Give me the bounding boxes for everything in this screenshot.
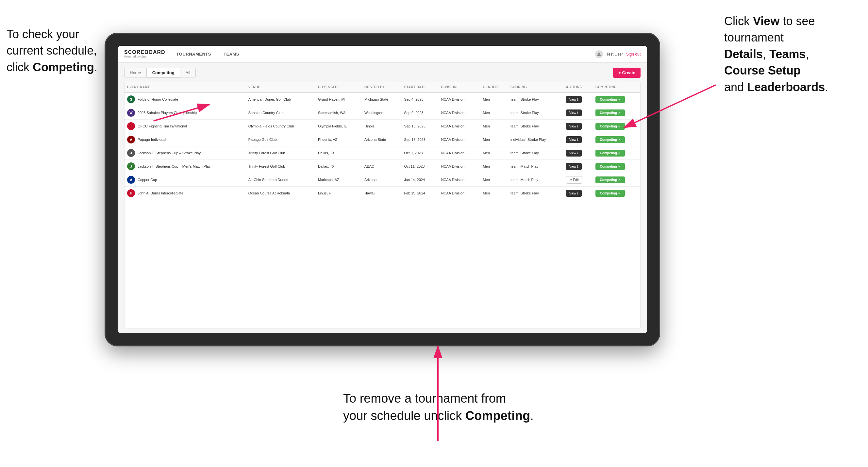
team-logo: J <box>127 149 135 157</box>
cell-division: NCAA Division I <box>439 106 480 120</box>
cell-division: NCAA Division I <box>439 160 480 173</box>
team-logo: S <box>127 95 135 103</box>
team-logo: W <box>127 109 135 117</box>
col-hosted-by: HOSTED BY <box>362 82 401 92</box>
col-event-name: EVENT NAME <box>125 82 246 92</box>
table-row: A Papago Individual Papago Golf ClubPhoe… <box>125 133 640 147</box>
col-competing: COMPETING <box>593 82 640 92</box>
cell-city-state: Grand Haven, MI <box>315 92 362 106</box>
signout-link[interactable]: Sign out <box>626 52 641 57</box>
cell-hosted-by: Arizona State <box>362 133 401 147</box>
event-name-text: John A. Burns Intercollegiate <box>137 191 183 195</box>
cell-city-state: Lihue, HI <box>315 187 362 200</box>
cell-hosted-by: Arizona <box>362 173 401 187</box>
cell-scoring: team, Stroke Play <box>508 120 563 133</box>
cell-competing: Competing ✓ <box>593 120 640 133</box>
competing-button[interactable]: Competing ✓ <box>595 163 625 170</box>
table-row: H John A. Burns Intercollegiate Ocean Co… <box>125 187 640 200</box>
cell-division: NCAA Division I <box>439 120 480 133</box>
annotation-bottom: To remove a tournament fromyour schedule… <box>343 390 572 425</box>
cell-hosted-by: Hawaii <box>362 187 401 200</box>
cell-competing: Competing ✓ <box>593 92 640 106</box>
cell-city-state: Phoenix, AZ <box>315 133 362 147</box>
cell-hosted-by: ABAC <box>362 160 401 173</box>
cell-competing: Competing ✓ <box>593 133 640 147</box>
team-logo: I <box>127 122 135 130</box>
col-gender: GENDER <box>480 82 508 92</box>
cell-scoring: team, Stroke Play <box>508 92 563 106</box>
event-name-text: Jackson T. Stephens Cup – Men's Match Pl… <box>137 164 211 168</box>
view-button[interactable]: View ℹ <box>566 110 582 116</box>
view-button[interactable]: View ℹ <box>566 96 582 103</box>
view-button[interactable]: View ℹ <box>566 163 582 170</box>
competing-button[interactable]: Competing ✓ <box>595 110 625 116</box>
tournaments-table-container: EVENT NAME VENUE CITY, STATE HOSTED BY S… <box>124 82 641 329</box>
competing-button[interactable]: Competing ✓ <box>595 123 625 130</box>
tablet-frame: SCOREBOARD Powered by clippi TOURNAMENTS… <box>104 33 660 346</box>
cell-venue: American Dunes Golf Club <box>246 92 315 106</box>
tab-competing[interactable]: Competing <box>147 68 180 77</box>
content-area: Home Competing All + Create EVENT NAME V… <box>118 63 647 333</box>
content-header: Home Competing All + Create <box>124 68 641 78</box>
cell-start-date: Feb 15, 2024 <box>401 187 438 200</box>
cell-start-date: Sep 15, 2023 <box>401 120 438 133</box>
view-button[interactable]: View ℹ <box>566 190 582 197</box>
nav-tournaments[interactable]: TOURNAMENTS <box>175 52 212 57</box>
table-row: S Folds of Honor Collegiate American Dun… <box>125 92 640 106</box>
cell-actions: View ℹ <box>563 147 593 160</box>
cell-scoring: team, Stroke Play <box>508 147 563 160</box>
cell-hosted-by <box>362 147 401 160</box>
logo-subtitle: Powered by clippi <box>124 55 165 59</box>
competing-button[interactable]: Competing ✓ <box>595 190 625 197</box>
competing-button[interactable]: Competing ✓ <box>595 150 625 157</box>
cell-division: NCAA Division I <box>439 147 480 160</box>
logo-title: SCOREBOARD <box>124 50 165 55</box>
cell-actions: View ℹ <box>563 120 593 133</box>
event-name-text: Jackson T. Stephens Cup – Stroke Play <box>137 151 201 155</box>
cell-event-name: J Jackson T. Stephens Cup – Men's Match … <box>125 160 246 173</box>
cell-competing: Competing ✓ <box>593 173 640 187</box>
competing-button[interactable]: Competing ✓ <box>595 177 625 183</box>
view-button[interactable]: View ℹ <box>566 136 582 143</box>
team-logo: A <box>127 176 135 184</box>
cell-division: NCAA Division I <box>439 133 480 147</box>
edit-button[interactable]: ✏ Edit <box>566 176 582 184</box>
tab-all[interactable]: All <box>180 68 196 77</box>
cell-gender: Men <box>480 133 508 147</box>
cell-venue: Trinity Forest Golf Club <box>246 147 315 160</box>
cell-competing: Competing ✓ <box>593 160 640 173</box>
user-label: Test User <box>606 52 623 57</box>
cell-start-date: Oct 11, 2023 <box>401 160 438 173</box>
cell-event-name: H John A. Burns Intercollegiate <box>125 187 246 200</box>
table-header-row: EVENT NAME VENUE CITY, STATE HOSTED BY S… <box>125 82 640 92</box>
nav-right: Test User Sign out <box>595 50 641 58</box>
annotation-top-left: To check yourcurrent schedule,click Comp… <box>6 26 118 75</box>
view-button[interactable]: View ℹ <box>566 150 582 157</box>
nav-teams[interactable]: TEAMS <box>222 52 241 57</box>
cell-competing: Competing ✓ <box>593 106 640 120</box>
annotation-top-right: Click View to seetournament Details, Tea… <box>724 13 862 95</box>
view-button[interactable]: View ℹ <box>566 123 582 130</box>
cell-venue: Ocean Course At Hokuala <box>246 187 315 200</box>
cell-scoring: team, Match Play <box>508 173 563 187</box>
competing-button[interactable]: Competing ✓ <box>595 136 625 143</box>
cell-venue: Papago Golf Club <box>246 133 315 147</box>
col-scoring: SCORING <box>508 82 563 92</box>
navbar: SCOREBOARD Powered by clippi TOURNAMENTS… <box>118 46 647 63</box>
cell-city-state: Dallas, TX <box>315 147 362 160</box>
competing-button[interactable]: Competing ✓ <box>595 96 625 103</box>
cell-event-name: W 2023 Sahalee Players Championship <box>125 106 246 120</box>
cell-gender: Men <box>480 160 508 173</box>
create-button[interactable]: + Create <box>613 68 641 78</box>
cell-city-state: Sammamish, WA <box>315 106 362 120</box>
col-actions: ACTIONS <box>563 82 593 92</box>
cell-venue: Ak-Chin Southern Dunes <box>246 173 315 187</box>
col-start-date: START DATE <box>401 82 438 92</box>
event-name-text: Folds of Honor Collegiate <box>137 97 178 101</box>
tournaments-table: EVENT NAME VENUE CITY, STATE HOSTED BY S… <box>125 82 640 200</box>
cell-division: NCAA Division I <box>439 173 480 187</box>
cell-competing: Competing ✓ <box>593 187 640 200</box>
tab-home[interactable]: Home <box>124 68 147 77</box>
cell-gender: Men <box>480 120 508 133</box>
cell-scoring: team, Match Play <box>508 160 563 173</box>
